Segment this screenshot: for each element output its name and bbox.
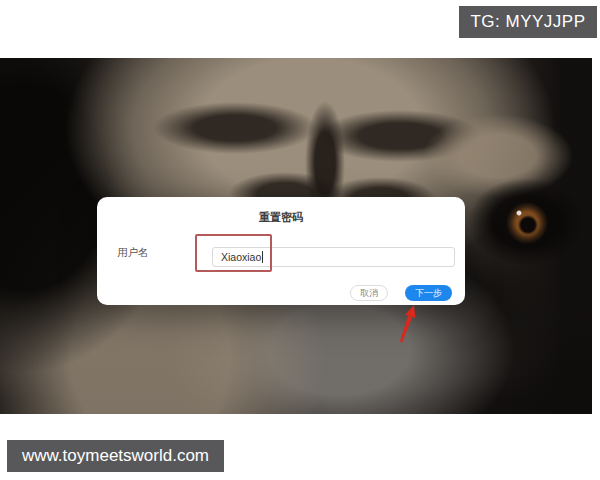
screenshot-canvas: TG: MYYJJPP 重置密码 用户名 Xiaoxiao 取消 下一步 www… [0,0,600,480]
cancel-button[interactable]: 取消 [350,285,388,301]
username-value: Xiaoxiao [221,251,261,263]
reset-password-dialog: 重置密码 用户名 Xiaoxiao 取消 下一步 [97,197,465,305]
text-caret [262,251,263,263]
username-input[interactable]: Xiaoxiao [212,247,455,267]
next-button[interactable]: 下一步 [405,285,452,301]
username-label: 用户名 [117,246,149,260]
watermark-top-right: TG: MYYJJPP [459,6,597,38]
dialog-title: 重置密码 [97,210,465,225]
watermark-bottom-left: www.toymeetsworld.com [7,440,224,472]
